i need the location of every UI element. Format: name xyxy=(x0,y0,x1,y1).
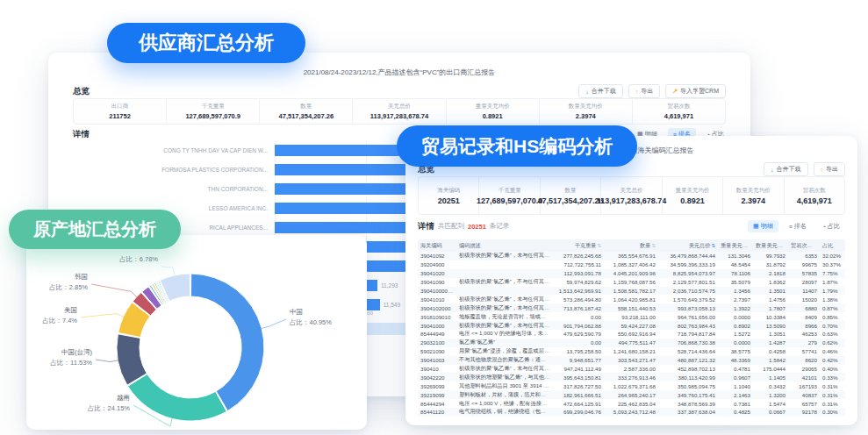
match-result-line: 详情 共匹配到 20251 条记录 xyxy=(418,221,509,232)
column-header-label: 编码描述 xyxy=(459,242,481,248)
merge-download-button[interactable]: ↓合并下载 xyxy=(764,162,808,176)
view-tab-占比[interactable]: ◔占比 xyxy=(817,220,845,232)
column-header-重量美元均价: 重量美元均价 xyxy=(718,242,753,250)
cell: 15020 xyxy=(788,296,820,303)
cell: 85444294 xyxy=(418,401,456,407)
cell: 365,554,676.91 xyxy=(604,253,658,259)
stat-label: 海关编码 xyxy=(437,187,460,195)
cell: 0.4825 xyxy=(718,409,753,415)
cell: 901,794,062.88 xyxy=(553,323,604,329)
table-row[interactable]: 3918109010地板覆盖物，无论是否背衬，墙或顶棚覆盖物形式，以及铺贴或不可… xyxy=(418,312,845,321)
cell: 0.00 xyxy=(553,314,604,320)
cell: 0.31% xyxy=(820,383,845,389)
sort-icon[interactable]: ⇅ xyxy=(597,243,601,248)
cell: 8966 xyxy=(788,323,820,329)
cell: 46253 xyxy=(788,331,820,337)
view-tab-明细[interactable]: ▦明细 xyxy=(748,220,778,232)
stat-出口商: 出口商211752 xyxy=(74,99,166,124)
grid-icon: ▦ xyxy=(753,223,759,230)
column-header-label: 数量 xyxy=(640,242,650,248)
stat-value: 0.8921 xyxy=(680,196,705,205)
dashboard-collage: 2021/08/24-2023/12/12,产品描述包含“PVC”的出口商汇总报… xyxy=(0,0,868,435)
cell: 1.87% xyxy=(820,279,845,285)
cell: 塑料制板材，片材，薄膜，箔片和扁条，经过增强，层压，支撑或与其他… xyxy=(456,391,553,399)
donut-slice-中国[interactable] xyxy=(191,274,264,411)
stat-label: 数量美元均价 xyxy=(736,187,771,195)
column-header-千克重量[interactable]: 千克重量⇅ xyxy=(553,242,604,250)
cell: 8,825,954,073.97 xyxy=(658,270,718,276)
stat-label: 千克重量 xyxy=(499,187,521,195)
stat-贸易次数: 贸易次数4,619,971 xyxy=(784,177,844,214)
cell: 36,479,868,744.44 xyxy=(658,253,718,259)
table-row[interactable]: 85444949电压 <= 1,000 V 的绝缘电导体，未安装连接器，其他绝缘… xyxy=(418,330,845,339)
cell: 39042220 xyxy=(418,374,456,381)
import-crm-button[interactable]: ↗导入孚盟CRM xyxy=(665,84,726,98)
cell: 452,898,702.13 xyxy=(658,366,718,372)
sort-icon[interactable]: ⇅ xyxy=(711,243,715,248)
sort-icon[interactable]: ⇅ xyxy=(651,243,656,248)
stat-label: 美元总价 xyxy=(388,103,411,111)
cell: 0.87% xyxy=(820,305,845,311)
cell: 电压 <= 1,000 V 的绝缘电导体，未安装连接器，其他绝缘（包括漆包… xyxy=(456,330,553,338)
table-row[interactable]: 3904100000191,513,642,969.911,508,581,78… xyxy=(418,287,845,296)
table-row[interactable]: 39204900712,722,755.111,085,327,406.4234… xyxy=(418,260,845,269)
table-row[interactable]: 29032100氯乙烯“氯乙烯”0.00494,775,511.47706,86… xyxy=(418,339,845,347)
cell: 0.70% xyxy=(820,323,845,329)
cell: 初级形状的聚“氯乙烯”，未与任何其他物质混合：其他：粉末 xyxy=(456,252,553,260)
table-row[interactable]: 39041090初级形状的聚“氯乙烯”，不与任何其他物质混合：其他聚（氯乙烯）…… xyxy=(418,278,845,287)
table-row[interactable]: 39041020112,993,091.784,045,201,909.968,… xyxy=(418,269,845,278)
table-row[interactable]: 39219099塑料制板材，片材，薄膜，箔片和扁条，经过增强，层压，支撑或与其他… xyxy=(418,390,845,399)
column-header-label: 占比 xyxy=(822,242,833,248)
table-row[interactable]: 39041092初级形状的聚“氯乙烯”，未与任何其他物质混合：其他：粉末277,… xyxy=(418,252,845,260)
cell: 85444949 xyxy=(418,331,456,337)
view-tab-排名[interactable]: ≡排名 xyxy=(784,220,812,232)
column-header-数量[interactable]: 数量⇅ xyxy=(604,242,658,250)
cell: 0.42% xyxy=(820,357,845,363)
table-row[interactable]: 39041000初级形状的聚“氯乙烯”，未与任何其他物质混合 + 未搀杂/未混标… xyxy=(418,321,845,330)
table-row[interactable]: 39042220初级形状的增塑聚“氯乙烯”，与其他物质混合：颗粒395,643,… xyxy=(418,373,845,382)
cell: 558,151,440.53 xyxy=(604,305,658,311)
table-row[interactable]: 59021090用聚“氯乙烯”浸渍，涂覆，覆盖或层压的帘子布（不包括用聚“氯乙…… xyxy=(418,347,845,356)
table-row[interactable]: 39041010初级形状的聚“氯乙烯”，未与任何其他物质混合：乳液级 PVC 树… xyxy=(418,295,845,303)
button-label: 导入孚盟CRM xyxy=(680,87,719,96)
cell: 1,508,581,782.17 xyxy=(604,288,658,294)
table-row[interactable]: 39041003不与其他物质混合的聚氯乙烯：通过本体法或悬浮聚合工艺获得的聚氯乙… xyxy=(418,356,845,365)
stat-美元总价: 美元总价113,917,283,678.74 xyxy=(600,177,661,214)
table-row[interactable]: 390410初级形状的聚“氯乙烯”，未与任何其他物质混合 + 未提供/未知标签 … xyxy=(418,365,845,374)
sort-icon[interactable]: ⇅ xyxy=(814,243,818,248)
cell: 1.4287 xyxy=(753,339,788,346)
table-row[interactable]: 85441120电气用绕组线，铜，绝缘绕组（包括漆包或阳极氧化）电线，电缆（包…… xyxy=(418,408,845,417)
export-button[interactable]: ↑导出 xyxy=(628,84,661,98)
cell: 1,064,420,985.81 xyxy=(604,296,658,303)
hs-code-table: 海关编码编码描述千克重量⇅数量⇅美元总价⇅重量美元均价数量美元均价贸易次数⇅占比… xyxy=(418,239,845,417)
cell: 初级形状的聚“氯乙烯”，未与任何其他物质混合 + 未搀杂/未混标签 + xyxy=(456,322,553,330)
stat-label: 数量 xyxy=(565,187,577,195)
table-row[interactable]: 85444294电压 <= 1,000 V，绝缘，配有连接器的电导体，其他：电压… xyxy=(418,399,845,408)
supplier-analysis-pill: 供应商汇总分析 xyxy=(107,23,305,63)
merge-download-button[interactable]: ↓合并下载 xyxy=(578,84,623,98)
cell: 348,878,569.39 xyxy=(658,401,718,407)
cell: 279 xyxy=(788,339,820,346)
cell: 99675 xyxy=(788,261,820,267)
table-row[interactable]: 3904102000初级形状的聚“氯乙烯”，未与任何其他物质混合：悬浮级 PVC… xyxy=(418,303,845,312)
column-header-美元总价[interactable]: 美元总价⇅ xyxy=(658,242,718,250)
column-header-贸易次数[interactable]: 贸易次数⇅ xyxy=(788,242,820,250)
donut-slice-越南[interactable] xyxy=(128,374,227,421)
cell: 0.4781 xyxy=(718,366,753,372)
export-button[interactable]: ↑导出 xyxy=(814,162,846,176)
donut-label-percent: 占比：11.53% xyxy=(51,358,92,368)
cell: 39204900 xyxy=(418,261,456,267)
cell: 1,570,649,379.52 xyxy=(658,296,718,303)
cell: 39041010 xyxy=(418,296,456,303)
cell: 225,462,835.04 xyxy=(604,401,658,407)
column-header-label: 美元总价 xyxy=(689,242,711,248)
table-row[interactable]: 39269099其他塑料制品和品目 3901 至 3914 所列的其他材料制品（… xyxy=(418,382,845,390)
cell: 13,795,258.50 xyxy=(553,348,604,354)
cell: 0.31% xyxy=(820,401,845,407)
cell: 182,961,666.51 xyxy=(553,392,604,398)
cell: 1.3501 xyxy=(753,288,788,294)
cell: 电压 <= 1,000 V，绝缘，配有连接器的电导体，其他：电压不超过 1… xyxy=(456,400,553,408)
match-count: 20251 xyxy=(468,223,486,231)
cell: 1.8362 xyxy=(753,279,788,285)
cell: 3904102000 xyxy=(418,305,456,311)
